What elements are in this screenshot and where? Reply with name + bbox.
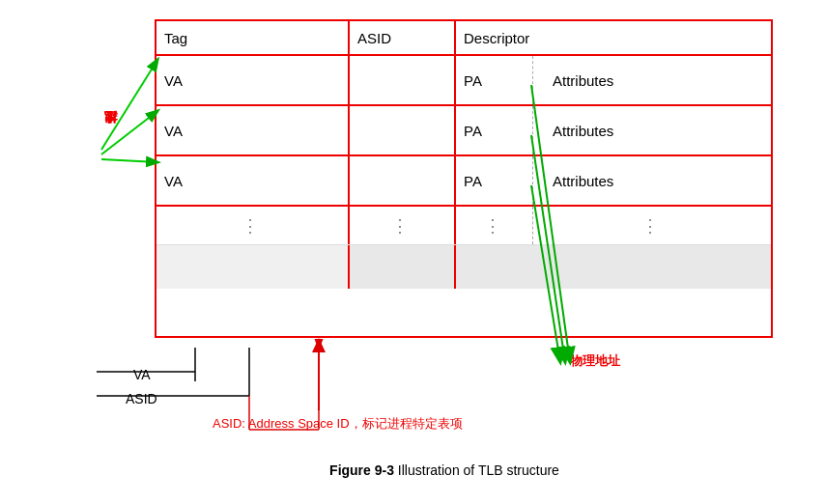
tlb-table: Tag ASID Descriptor VA PA Attributes VA … [155, 19, 773, 338]
main-diagram: Tag ASID Descriptor VA PA Attributes VA … [97, 10, 792, 483]
desc-cell-1: PA Attributes [456, 56, 771, 104]
caption-bold: Figure 9-3 [329, 462, 394, 478]
va-label: VA [133, 367, 151, 382]
attr-cell-2: Attributes [533, 106, 771, 154]
asid-cell-2 [350, 106, 456, 154]
dots-asid: ⋮ [350, 207, 456, 244]
descriptor-header: Descriptor [456, 21, 771, 54]
dots-row: ⋮ ⋮ ⋮ ⋮ [156, 207, 771, 245]
dots-attr: ⋮ [533, 207, 771, 244]
empty-row [156, 245, 771, 289]
asid-header: ASID [350, 21, 456, 54]
caption-text: Illustration of TLB structure [394, 462, 559, 478]
asid-cell-1 [350, 56, 456, 104]
va-cell-1: VA [156, 56, 350, 104]
va-cell-3: VA [156, 156, 350, 205]
table-row: VA PA Attributes [156, 106, 771, 156]
physical-address-label: 物理地址 [570, 352, 620, 370]
asid-label: ASID [126, 391, 157, 406]
table-row: VA PA Attributes [156, 56, 771, 106]
attr-cell-3: Attributes [533, 156, 771, 205]
dots-desc: ⋮ ⋮ [456, 207, 771, 244]
tag-header: Tag [156, 21, 350, 54]
desc-cell-2: PA Attributes [456, 106, 771, 154]
asid-description-label: ASID: Address Space ID，标记进程特定表项 [213, 415, 463, 433]
table-header-row: Tag ASID Descriptor [156, 21, 771, 56]
va-cell-2: VA [156, 106, 350, 154]
empty-asid-cell [350, 245, 456, 289]
dots-pa: ⋮ [456, 207, 533, 244]
pa-cell-2: PA [456, 106, 533, 154]
pa-cell-3: PA [456, 156, 533, 205]
dots-tag: ⋮ [156, 207, 350, 244]
desc-cell-3: PA Attributes [456, 156, 771, 205]
attr-cell-1: Attributes [533, 56, 771, 104]
pa-cell-1: PA [456, 56, 533, 104]
table-row: VA PA Attributes [156, 156, 771, 207]
empty-desc-cell [456, 245, 771, 289]
asid-cell-3 [350, 156, 456, 205]
empty-tag-cell [156, 245, 350, 289]
figure-caption: Figure 9-3 Illustration of TLB structure [97, 462, 792, 478]
